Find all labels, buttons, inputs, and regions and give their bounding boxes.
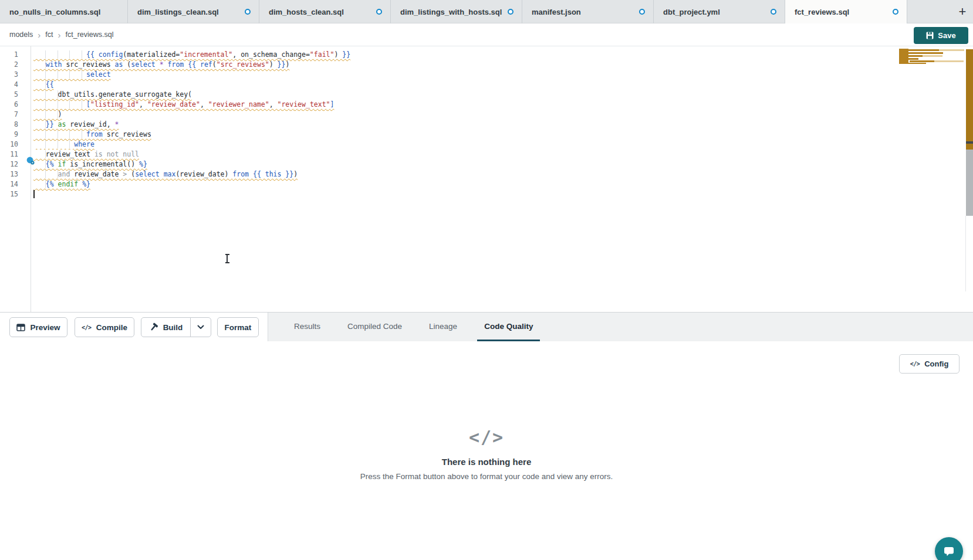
code-token: ref bbox=[200, 60, 212, 69]
code-token bbox=[54, 120, 58, 128]
minimap-bar bbox=[900, 55, 923, 57]
code-token: select bbox=[131, 60, 156, 69]
build-dropdown-button[interactable] bbox=[190, 317, 211, 337]
code-token: }} bbox=[278, 60, 286, 69]
code-token: dbt_utils.generate_surrogate_key( bbox=[58, 90, 192, 99]
code-line-15[interactable]: 15 bbox=[0, 189, 880, 199]
code-line-2[interactable]: 2 with src_reviews as (select * from {{ … bbox=[0, 60, 880, 70]
code-token: {% bbox=[46, 180, 58, 188]
code-line-4[interactable]: 4 {{ bbox=[0, 80, 880, 90]
code-token bbox=[164, 60, 168, 69]
code-line-text: {{ bbox=[33, 80, 54, 89]
line-number: 4 bbox=[0, 80, 18, 90]
code-token: %} bbox=[82, 180, 90, 188]
code-token: "listing_id" bbox=[90, 100, 139, 108]
indent-whitespace bbox=[33, 130, 86, 138]
panel-tab-results[interactable]: Results bbox=[287, 313, 327, 341]
modified-dot-icon bbox=[893, 9, 898, 15]
code-line-6[interactable]: 6 ["listing_id", "review_date", "reviewe… bbox=[0, 100, 880, 110]
code-token: {{ bbox=[86, 50, 99, 59]
breadcrumb-item[interactable]: fct bbox=[45, 30, 53, 39]
config-button-label: Config bbox=[924, 359, 948, 368]
code-quality-panel: </> Config </> There is nothing here Pre… bbox=[0, 341, 973, 560]
file-tab-dim_listings_clean.sql[interactable]: dim_listings_clean.sql bbox=[128, 0, 259, 23]
breadcrumb-item[interactable]: fct_reviews.sql bbox=[66, 30, 114, 39]
code-line-text: with src_reviews as (select * from {{ re… bbox=[33, 60, 289, 69]
code-line-5[interactable]: 5 dbt_utils.generate_surrogate_key( bbox=[0, 90, 880, 100]
code-line-12[interactable]: 12 {% if is_incremental() %} bbox=[0, 159, 880, 169]
modified-dot-icon bbox=[639, 9, 645, 15]
code-token: {{ this }} bbox=[253, 170, 293, 178]
panel-tab-lineage[interactable]: Lineage bbox=[422, 313, 464, 341]
file-tab-manifest.json[interactable]: manifest.json bbox=[522, 0, 654, 23]
code-token: if bbox=[58, 160, 66, 168]
breadcrumb-item[interactable]: models bbox=[9, 30, 33, 39]
code-editor[interactable]: 1 {{ config(materialized="incremental", … bbox=[0, 46, 973, 312]
code-token: select bbox=[135, 170, 160, 178]
line-number: 13 bbox=[0, 169, 18, 179]
code-token bbox=[249, 170, 253, 178]
code-token: as bbox=[115, 60, 123, 69]
config-button[interactable]: </> Config bbox=[899, 354, 960, 374]
code-token: where bbox=[74, 140, 94, 148]
line-number: 3 bbox=[0, 70, 18, 80]
code-line-8[interactable]: 8 }} as review_id, * bbox=[0, 120, 880, 130]
code-line-14[interactable]: 14 {% endif %} bbox=[0, 179, 880, 189]
minimap-bar bbox=[904, 52, 943, 54]
code-token: * bbox=[115, 120, 119, 128]
overview-ruler-thumb[interactable] bbox=[966, 141, 973, 144]
file-tab-fct_reviews.sql[interactable]: fct_reviews.sql bbox=[785, 0, 907, 23]
code-line-text: ["listing_id", "review_date", "reviewer_… bbox=[33, 100, 334, 108]
file-tab-label: manifest.json bbox=[532, 8, 581, 16]
code-line-text: dbt_utils.generate_surrogate_key( bbox=[33, 90, 192, 99]
quick-fix-lightbulb-icon[interactable] bbox=[26, 156, 35, 165]
code-token: is not null bbox=[94, 150, 139, 158]
code-line-1[interactable]: 1 {{ config(materialized="incremental", … bbox=[0, 50, 880, 60]
code-line-7[interactable]: 7 ) bbox=[0, 110, 880, 120]
editor-scrollbar-track[interactable] bbox=[966, 150, 973, 216]
code-token bbox=[160, 170, 164, 178]
code-token: (materialized= bbox=[123, 50, 180, 59]
code-line-11[interactable]: 11 review_text is not null bbox=[0, 150, 880, 159]
file-tab-label: dbt_project.yml bbox=[663, 8, 720, 16]
compile-button[interactable]: </> Compile bbox=[75, 317, 134, 337]
file-tab-no_nulls_in_columns.sql[interactable]: no_nulls_in_columns.sql bbox=[0, 0, 128, 23]
file-tab-dbt_project.yml[interactable]: dbt_project.yml bbox=[654, 0, 785, 23]
code-line-9[interactable]: 9 from src_reviews bbox=[0, 130, 880, 140]
build-button-label: Build bbox=[163, 323, 183, 332]
indent-whitespace bbox=[33, 70, 86, 79]
line-number: 8 bbox=[0, 120, 18, 130]
panel-tab-compiled-code[interactable]: Compiled Code bbox=[340, 313, 409, 341]
build-button[interactable]: Build bbox=[141, 317, 191, 337]
code-token: is_incremental() bbox=[66, 160, 139, 168]
preview-button[interactable]: Preview bbox=[9, 317, 67, 337]
save-button[interactable]: Save bbox=[914, 27, 968, 44]
code-token: ] bbox=[330, 100, 335, 108]
breadcrumb: models›fct›fct_reviews.sql bbox=[9, 23, 113, 46]
new-tab-button[interactable]: + bbox=[954, 3, 971, 21]
panel-tab-code-quality[interactable]: Code Quality bbox=[477, 313, 540, 341]
code-line-13[interactable]: 13 and review_date > (select max(review_… bbox=[0, 169, 880, 179]
code-line-text: {{ config(materialized="incremental", on… bbox=[33, 50, 350, 59]
code-token: with bbox=[46, 60, 62, 69]
code-token: "review_text" bbox=[278, 100, 330, 108]
code-line-10[interactable]: 10 where bbox=[0, 140, 880, 150]
line-number: 11 bbox=[0, 150, 18, 159]
code-line-text: {% endif %} bbox=[33, 180, 90, 188]
indent-whitespace bbox=[33, 100, 86, 108]
file-tab-dim_listings_with_hosts.sql[interactable]: dim_listings_with_hosts.sql bbox=[391, 0, 522, 23]
indent-whitespace bbox=[33, 150, 46, 158]
file-tab-dim_hosts_clean.sql[interactable]: dim_hosts_clean.sql bbox=[259, 0, 391, 23]
path-bar: models›fct›fct_reviews.sql bbox=[0, 23, 973, 46]
code-brackets-icon: </> bbox=[910, 361, 920, 367]
help-chat-button[interactable] bbox=[935, 537, 963, 560]
format-button[interactable]: Format bbox=[217, 317, 259, 337]
code-token: "incremental" bbox=[180, 50, 232, 59]
minimap-bar bbox=[908, 63, 926, 64]
minimap-bar bbox=[934, 60, 964, 62]
empty-state-subtitle: Press the Format button above to format … bbox=[0, 472, 973, 481]
line-number: 12 bbox=[0, 159, 18, 169]
bottom-toolbar: Preview </> Compile Build Format Results… bbox=[0, 312, 973, 341]
code-line-text: and review_date > (select max(review_dat… bbox=[33, 170, 298, 178]
code-line-3[interactable]: 3 select bbox=[0, 70, 880, 80]
